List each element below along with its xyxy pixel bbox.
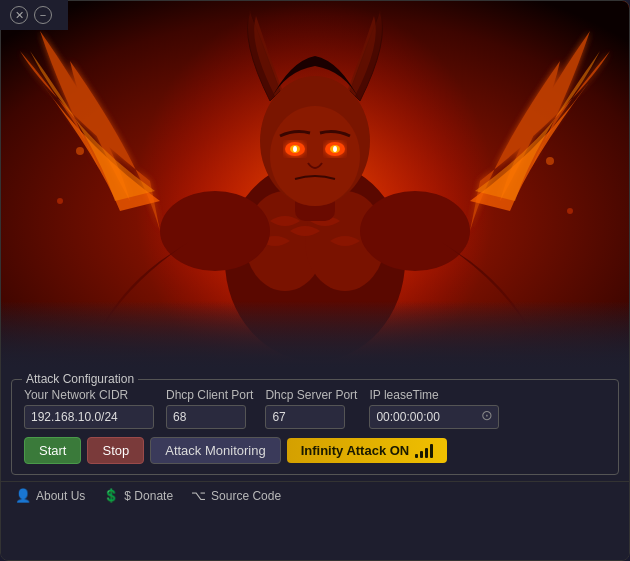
dhcp-client-label: Dhcp Client Port bbox=[166, 388, 253, 402]
button-row: Start Stop Attack Monitoring Infinity At… bbox=[24, 437, 606, 464]
donate-link[interactable]: 💲 $ Donate bbox=[103, 488, 173, 503]
attack-monitoring-button[interactable]: Attack Monitoring bbox=[150, 437, 280, 464]
cidr-label: Your Network CIDR bbox=[24, 388, 154, 402]
about-us-label: About Us bbox=[36, 489, 85, 503]
code-icon: ⌥ bbox=[191, 488, 206, 503]
footer: 👤 About Us 💲 $ Donate ⌥ Source Code bbox=[1, 481, 629, 509]
svg-point-19 bbox=[567, 208, 573, 214]
stop-button[interactable]: Stop bbox=[87, 437, 144, 464]
dhcp-client-field: Dhcp Client Port 68 bbox=[166, 388, 253, 429]
cidr-field: Your Network CIDR 192.168.10.0/24 bbox=[24, 388, 154, 429]
signal-bars-icon bbox=[415, 444, 433, 458]
svg-point-14 bbox=[293, 146, 297, 152]
about-us-link[interactable]: 👤 About Us bbox=[15, 488, 85, 503]
hero-area bbox=[1, 1, 629, 371]
source-code-link[interactable]: ⌥ Source Code bbox=[191, 488, 281, 503]
start-button[interactable]: Start bbox=[24, 437, 81, 464]
source-code-label: Source Code bbox=[211, 489, 281, 503]
clock-icon[interactable]: ⊙ bbox=[481, 407, 493, 423]
close-button[interactable]: ✕ bbox=[10, 6, 28, 24]
title-bar: ✕ − bbox=[0, 0, 68, 30]
cidr-input[interactable]: 192.168.10.0/24 bbox=[24, 405, 154, 429]
main-window: ✕ − bbox=[0, 0, 630, 561]
svg-point-9 bbox=[270, 106, 360, 206]
person-icon: 👤 bbox=[15, 488, 31, 503]
ip-lease-field: IP leaseTime 00:00:00:00 ⊙ bbox=[369, 388, 499, 429]
infinity-attack-label: Infinity Attack ON bbox=[301, 443, 410, 458]
minimize-button[interactable]: − bbox=[34, 6, 52, 24]
svg-point-16 bbox=[76, 147, 84, 155]
dhcp-server-field: Dhcp Server Port 67 bbox=[265, 388, 357, 429]
svg-point-17 bbox=[57, 198, 63, 204]
ip-lease-input[interactable]: 00:00:00:00 bbox=[369, 405, 499, 429]
dhcp-client-input[interactable]: 68 bbox=[166, 405, 246, 429]
dhcp-server-input[interactable]: 67 bbox=[265, 405, 345, 429]
svg-point-5 bbox=[160, 191, 270, 271]
ip-lease-label: IP leaseTime bbox=[369, 388, 499, 402]
dhcp-server-label: Dhcp Server Port bbox=[265, 388, 357, 402]
donate-label: $ Donate bbox=[124, 489, 173, 503]
dollar-icon: 💲 bbox=[103, 488, 119, 503]
config-fields-row: Your Network CIDR 192.168.10.0/24 Dhcp C… bbox=[24, 388, 606, 429]
attack-config-section: Attack Configuration Your Network CIDR 1… bbox=[11, 379, 619, 475]
svg-rect-21 bbox=[1, 301, 629, 371]
svg-point-18 bbox=[546, 157, 554, 165]
svg-point-15 bbox=[333, 146, 337, 152]
infinity-attack-button[interactable]: Infinity Attack ON bbox=[287, 438, 448, 463]
svg-point-6 bbox=[360, 191, 470, 271]
main-content: Attack Configuration Your Network CIDR 1… bbox=[1, 371, 629, 560]
section-label: Attack Configuration bbox=[22, 372, 138, 386]
